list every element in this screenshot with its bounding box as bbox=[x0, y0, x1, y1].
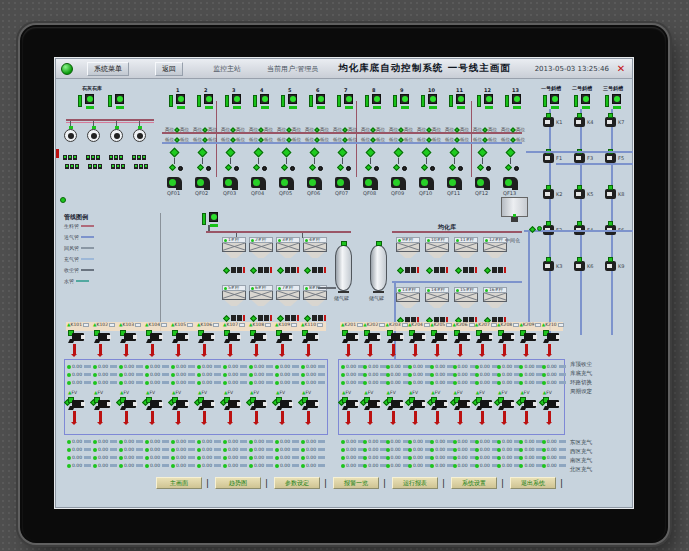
valve-icon[interactable] bbox=[202, 211, 219, 227]
device-icon[interactable] bbox=[543, 153, 554, 163]
valve-icon[interactable] bbox=[337, 93, 354, 109]
airslide-device-icon[interactable] bbox=[68, 397, 85, 410]
airslide-device-icon[interactable] bbox=[146, 397, 163, 410]
fan-icon[interactable] bbox=[363, 177, 378, 188]
diamond-valve-icon[interactable] bbox=[225, 164, 232, 171]
menu-button[interactable]: 系统菜单 bbox=[87, 62, 129, 76]
airslide-device-icon[interactable] bbox=[387, 330, 404, 343]
weigh-hopper[interactable]: 5#秤 bbox=[222, 285, 246, 314]
airslide-device-icon[interactable] bbox=[431, 330, 448, 343]
device-icon[interactable] bbox=[574, 261, 585, 271]
airslide-device-icon[interactable] bbox=[120, 330, 137, 343]
fan-icon[interactable] bbox=[223, 177, 238, 188]
airslide-device-icon[interactable] bbox=[364, 397, 381, 410]
device-icon[interactable] bbox=[543, 261, 554, 271]
airslide-device-icon[interactable] bbox=[250, 330, 267, 343]
device-icon[interactable] bbox=[574, 117, 585, 127]
airslide-device-icon[interactable] bbox=[146, 330, 163, 343]
valve-icon[interactable] bbox=[477, 93, 494, 109]
diamond-valve-icon[interactable] bbox=[394, 148, 404, 158]
diamond-valve-icon[interactable] bbox=[393, 164, 400, 171]
pump-icon[interactable] bbox=[110, 129, 123, 142]
pump-icon[interactable] bbox=[64, 129, 77, 142]
airslide-device-icon[interactable] bbox=[387, 397, 404, 410]
airslide-device-icon[interactable] bbox=[94, 397, 111, 410]
weigh-hopper[interactable]: 13#秤 bbox=[396, 287, 420, 316]
valve-icon[interactable] bbox=[281, 93, 298, 109]
diamond-valve-icon[interactable] bbox=[309, 164, 316, 171]
nav-button[interactable]: 报警一览 bbox=[333, 477, 379, 489]
diamond-valve-icon[interactable] bbox=[254, 148, 264, 158]
valve-icon[interactable] bbox=[253, 93, 270, 109]
airslide-device-icon[interactable] bbox=[409, 330, 426, 343]
airslide-device-icon[interactable] bbox=[520, 397, 537, 410]
diamond-valve-icon[interactable] bbox=[477, 164, 484, 171]
airslide-device-icon[interactable] bbox=[520, 330, 537, 343]
airslide-device-icon[interactable] bbox=[250, 397, 267, 410]
nav-button[interactable]: 系统设置 bbox=[451, 477, 497, 489]
airslide-device-icon[interactable] bbox=[543, 397, 560, 410]
airslide-device-icon[interactable] bbox=[198, 330, 215, 343]
diamond-valve-icon[interactable] bbox=[226, 148, 236, 158]
fan-icon[interactable] bbox=[307, 177, 322, 188]
weigh-hopper[interactable]: 9#秤 bbox=[396, 237, 420, 266]
diamond-valve-icon[interactable] bbox=[337, 164, 344, 171]
device-icon[interactable] bbox=[574, 153, 585, 163]
weigh-hopper[interactable]: 2#秤 bbox=[249, 237, 273, 266]
fan-icon[interactable] bbox=[391, 177, 406, 188]
airslide-device-icon[interactable] bbox=[120, 397, 137, 410]
diamond-valve-icon[interactable] bbox=[310, 148, 320, 158]
airslide-device-icon[interactable] bbox=[276, 330, 293, 343]
fan-icon[interactable] bbox=[251, 177, 266, 188]
valve-icon[interactable] bbox=[421, 93, 438, 109]
weigh-hopper[interactable]: 8#秤 bbox=[303, 285, 327, 314]
diamond-valve-icon[interactable] bbox=[422, 148, 432, 158]
back-button[interactable]: 返回 bbox=[155, 62, 183, 76]
valve-icon[interactable] bbox=[197, 93, 214, 109]
airslide-device-icon[interactable] bbox=[342, 330, 359, 343]
fan-icon[interactable] bbox=[503, 177, 518, 188]
air-tank-icon[interactable] bbox=[370, 245, 387, 291]
fan-icon[interactable] bbox=[195, 177, 210, 188]
airslide-device-icon[interactable] bbox=[68, 330, 85, 343]
diamond-valve-icon[interactable] bbox=[197, 164, 204, 171]
diamond-valve-icon[interactable] bbox=[478, 148, 488, 158]
airslide-device-icon[interactable] bbox=[224, 397, 241, 410]
airslide-device-icon[interactable] bbox=[172, 330, 189, 343]
diamond-valve-icon[interactable] bbox=[421, 164, 428, 171]
weigh-hopper[interactable]: 12#秤 bbox=[483, 237, 507, 266]
airslide-device-icon[interactable] bbox=[476, 330, 493, 343]
pump-icon[interactable] bbox=[87, 129, 100, 142]
weigh-hopper[interactable]: 10#秤 bbox=[425, 237, 449, 266]
fan-icon[interactable] bbox=[335, 177, 350, 188]
valve-icon[interactable] bbox=[543, 93, 560, 109]
device-icon[interactable] bbox=[543, 189, 554, 199]
valve-icon[interactable] bbox=[574, 93, 591, 109]
diamond-valve-icon[interactable] bbox=[450, 148, 460, 158]
airslide-device-icon[interactable] bbox=[454, 330, 471, 343]
nav-button[interactable]: 退出系统 bbox=[510, 477, 556, 489]
diamond-valve-icon[interactable] bbox=[449, 164, 456, 171]
weigh-hopper[interactable]: 7#秤 bbox=[276, 285, 300, 314]
nav-button[interactable]: 运行报表 bbox=[392, 477, 438, 489]
airslide-device-icon[interactable] bbox=[342, 397, 359, 410]
surge-silo-icon[interactable] bbox=[501, 197, 528, 222]
diamond-valve-icon[interactable] bbox=[198, 148, 208, 158]
fan-icon[interactable] bbox=[167, 177, 182, 188]
valve-icon[interactable] bbox=[393, 93, 410, 109]
airslide-device-icon[interactable] bbox=[94, 330, 111, 343]
valve-icon[interactable] bbox=[309, 93, 326, 109]
diamond-valve-icon[interactable] bbox=[365, 164, 372, 171]
valve-icon[interactable] bbox=[365, 93, 382, 109]
close-icon[interactable]: ✕ bbox=[615, 63, 627, 74]
device-icon[interactable] bbox=[605, 117, 616, 127]
valve-icon[interactable] bbox=[78, 93, 95, 109]
device-icon[interactable] bbox=[605, 189, 616, 199]
diamond-valve-icon[interactable] bbox=[281, 164, 288, 171]
device-icon[interactable] bbox=[574, 189, 585, 199]
nav-button[interactable]: 参数设定 bbox=[274, 477, 320, 489]
pump-icon[interactable] bbox=[133, 129, 146, 142]
diamond-valve-icon[interactable] bbox=[169, 164, 176, 171]
airslide-device-icon[interactable] bbox=[409, 397, 426, 410]
fan-icon[interactable] bbox=[419, 177, 434, 188]
